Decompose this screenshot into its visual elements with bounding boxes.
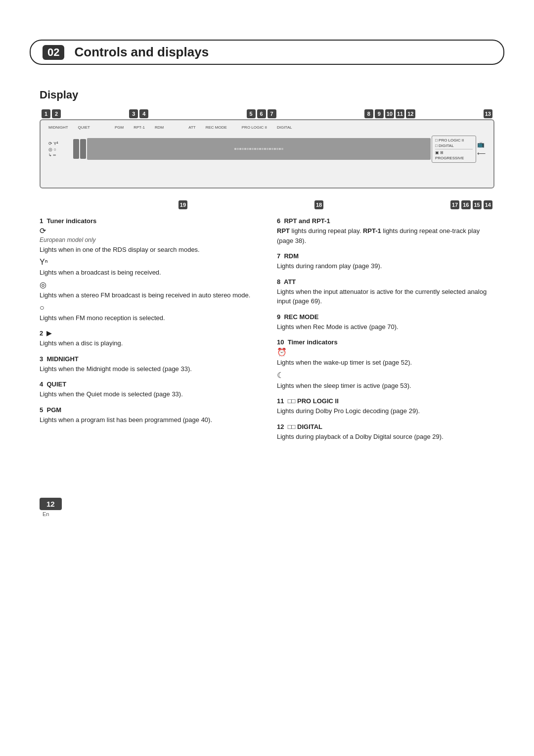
right-column: 6 RPT and RPT-1 RPT lights during repeat… [277, 217, 494, 448]
item-4: 4 QUIET Lights when the Quiet mode is se… [40, 380, 257, 399]
item-12-title: □□ DIGITAL [288, 423, 322, 430]
item-1-sub-3: ◎ Lights when a stereo FM broadcast is b… [40, 280, 257, 300]
item-1: 1 Tuner indicators ⟳ European model only… [40, 217, 257, 323]
diagram-numbers-bottom: 19 18 17 16 15 14 [40, 200, 494, 209]
num-group-12: 1 2 [42, 109, 61, 118]
num-9: 9 [375, 109, 384, 118]
item-8-desc: Lights when the input attenuator is acti… [277, 287, 494, 306]
page-footer: 12 En [30, 478, 504, 517]
num-17: 17 [450, 200, 459, 209]
num-18: 18 [314, 200, 323, 209]
num-group-19: 19 [178, 200, 187, 209]
sleep-timer-icon: ☾ [277, 371, 494, 380]
item-5-title: PGM [46, 406, 61, 414]
item-5-header: 5 PGM [40, 406, 257, 414]
num-7: 7 [267, 109, 276, 118]
european-note: European model only [40, 236, 257, 243]
seg-block-1 [73, 139, 79, 159]
num-group-567: 5 6 7 [247, 109, 276, 118]
item-9-desc: Lights when Rec Mode is active (page 70)… [277, 322, 494, 332]
num-15: 15 [473, 200, 482, 209]
chapter-title: Controls and displays [74, 45, 209, 60]
item-9: 9 REC MODE Lights when Rec Mode is activ… [277, 313, 494, 332]
num-group-891011: 8 9 10 11 12 [364, 109, 415, 118]
item-12-desc: Lights during playback of a Dolby Digita… [277, 432, 494, 442]
item-6-desc: RPT lights during repeat play. RPT-1 lig… [277, 226, 494, 245]
item-3-header: 3 MIDNIGHT [40, 355, 257, 363]
item-9-header: 9 REC MODE [277, 313, 494, 321]
item-1-sub-2: Yⁿ Lights when a broadcast is being rece… [40, 258, 257, 278]
num-group-34: 3 4 [129, 109, 148, 118]
item-6-header: 6 RPT and RPT-1 [277, 217, 494, 225]
item-5: 5 PGM Lights when a program list has bee… [40, 406, 257, 425]
item-7-number: 7 [277, 252, 280, 260]
item-3-desc: Lights when the Midnight mode is selecte… [40, 364, 257, 374]
item-5-number: 5 [40, 406, 43, 414]
item-7-desc: Lights during random play (page 39). [277, 261, 494, 271]
item-8-number: 8 [277, 278, 280, 285]
item-2-number: 2 [40, 330, 43, 337]
page-lang: En [43, 511, 504, 517]
item-12: 12 □□ DIGITAL Lights during playback of … [277, 423, 494, 442]
diagram-label-row: MIDNIGHT QUIET PGM RPT-1 RDM ATT REC MOD… [48, 125, 486, 130]
item-3-number: 3 [40, 355, 43, 363]
item-9-number: 9 [277, 313, 280, 321]
seg-main [87, 138, 431, 160]
item-3-title: MIDNIGHT [46, 355, 78, 363]
item-10-sub-1-desc: Lights when the wake-up timer is set (pa… [277, 358, 494, 368]
item-2-header: 2 ▶ [40, 330, 257, 337]
page-number: 12 [40, 498, 62, 510]
item-1-header: 1 Tuner indicators [40, 217, 257, 225]
item-10: 10 Timer indicators ⏰ Lights when the wa… [277, 338, 494, 390]
item-8: 8 ATT Lights when the input attenuator i… [277, 278, 494, 306]
item-10-sub-2-desc: Lights when the sleep timer is active (p… [277, 381, 494, 391]
num-6: 6 [257, 109, 266, 118]
diagram-left-icons: ⟳ Y⁴ ◎ ○ ↳ ∞ [48, 141, 70, 157]
item-12-number: 12 [277, 423, 284, 430]
num-3: 3 [129, 109, 138, 118]
item-1-sub-4: ○ Lights when FM mono reception is selec… [40, 303, 257, 323]
section-title: Display [40, 89, 504, 101]
item-7-title: RDM [284, 252, 299, 260]
item-2-desc: Lights when a disc is playing. [40, 338, 257, 348]
item-2-title: ▶ [46, 330, 51, 337]
item-7: 7 RDM Lights during random play (page 39… [277, 252, 494, 271]
seg-block-2 [80, 139, 86, 159]
num-1: 1 [42, 109, 50, 118]
num-11: 11 [396, 109, 404, 118]
num-group-13: 13 [484, 109, 492, 118]
item-10-sub-1: ⏰ Lights when the wake-up timer is set (… [277, 347, 494, 368]
item-6: 6 RPT and RPT-1 RPT lights during repeat… [277, 217, 494, 245]
content-columns: 1 Tuner indicators ⟳ European model only… [40, 217, 494, 448]
num-14: 14 [484, 200, 492, 209]
item-11-header: 11 □□ PRO LOGIC II [277, 397, 494, 405]
wake-timer-icon: ⏰ [277, 347, 494, 357]
num-16: 16 [461, 200, 470, 209]
item-6-number: 6 [277, 217, 280, 225]
item-1-sub-2-desc: Lights when a broadcast is being receive… [40, 268, 257, 278]
diagram-numbers-top: 1 2 3 4 5 6 7 8 9 10 11 12 13 [40, 109, 494, 118]
item-4-number: 4 [40, 380, 43, 388]
item-10-title: Timer indicators [288, 338, 338, 346]
broadcast-icon: Yⁿ [40, 258, 257, 267]
diagram-segments: □ PRO LOGIC II □ DIGITAL ▣ ⊞ PROGRESSIVE… [73, 136, 486, 163]
item-4-title: QUIET [46, 380, 66, 388]
item-8-header: 8 ATT [277, 278, 494, 285]
num-8: 8 [364, 109, 373, 118]
diagram-body: ⟳ Y⁴ ◎ ○ ↳ ∞ [48, 132, 486, 166]
num-12: 12 [406, 109, 415, 118]
item-12-header: 12 □□ DIGITAL [277, 423, 494, 430]
item-3: 3 MIDNIGHT Lights when the Midnight mode… [40, 355, 257, 374]
item-4-desc: Lights when the Quiet mode is selected (… [40, 389, 257, 399]
item-7-header: 7 RDM [277, 252, 494, 260]
num-group-18: 18 [314, 200, 323, 209]
item-11-number: 11 [277, 397, 284, 405]
stereo-icon: ◎ [40, 280, 257, 289]
display-diagram: MIDNIGHT QUIET PGM RPT-1 RDM ATT REC MOD… [40, 119, 494, 189]
item-11-desc: Lights during Dolby Pro Logic decoding (… [277, 406, 494, 416]
left-column: 1 Tuner indicators ⟳ European model only… [40, 217, 257, 448]
chapter-number: 02 [43, 45, 64, 60]
item-1-sub-1-desc: Lights when in one of the RDS display or… [40, 245, 257, 255]
chapter-header: 02 Controls and displays [30, 40, 504, 65]
item-10-header: 10 Timer indicators [277, 338, 494, 346]
